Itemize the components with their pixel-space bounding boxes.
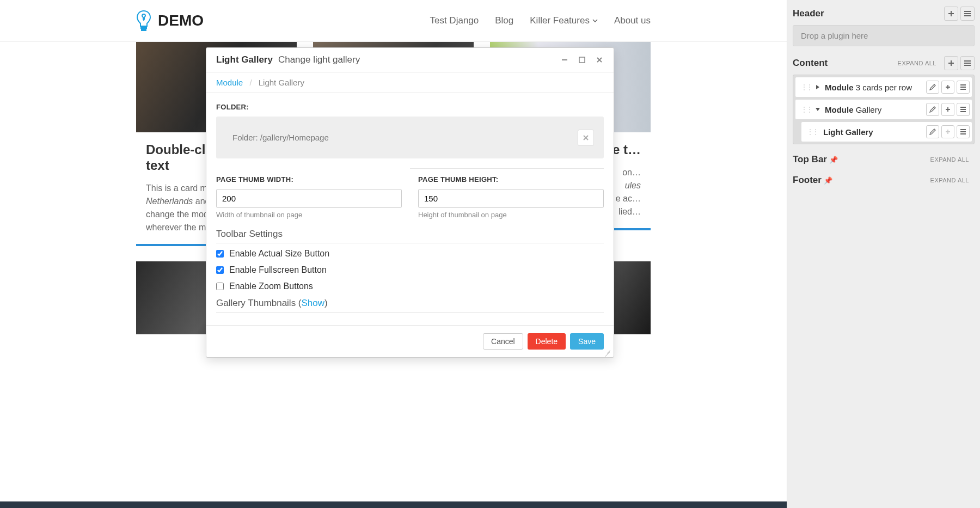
add-child-plugin-button[interactable] <box>941 81 954 94</box>
plugin-label: Module Gallery <box>823 105 926 114</box>
resize-handle[interactable] <box>605 348 611 355</box>
folder-path: Folder: /gallery/Homepage <box>232 133 329 142</box>
maximize-icon[interactable] <box>578 56 586 64</box>
add-child-plugin-button-disabled <box>941 125 954 138</box>
add-plugin-button[interactable] <box>944 7 958 21</box>
breadcrumb-root[interactable]: Module <box>216 78 243 87</box>
enable-fullscreen-checkbox[interactable] <box>216 266 224 274</box>
expand-all-link[interactable]: EXPAND ALL <box>930 177 969 183</box>
pin-icon: 📌 <box>829 156 838 164</box>
plugin-module-gallery[interactable]: ⋮⋮ Module Gallery <box>795 99 972 120</box>
plugin-menu-button[interactable] <box>957 81 970 94</box>
pin-icon: 📌 <box>824 176 832 185</box>
topbar-section-title: Top Bar📌 <box>793 154 930 165</box>
minimize-icon[interactable] <box>560 56 569 64</box>
edit-plugin-button[interactable] <box>926 103 939 116</box>
modal-footer: Cancel Delete Save <box>206 325 614 357</box>
enable-zoom-checkbox[interactable] <box>216 283 224 290</box>
content-section-title: Content <box>793 58 898 69</box>
drag-handle-icon[interactable]: ⋮⋮ <box>798 85 815 89</box>
nav-link-blog[interactable]: Blog <box>495 15 513 26</box>
enable-zoom-label[interactable]: Enable Zoom Buttons <box>229 281 313 291</box>
plugin-light-gallery[interactable]: ⋮⋮ Light Gallery <box>801 121 972 142</box>
lightbulb-icon <box>136 10 151 32</box>
drag-handle-icon[interactable]: ⋮⋮ <box>798 108 815 111</box>
gallery-thumbnails-section: Gallery Thumbnails (Show) <box>216 298 604 313</box>
plugin-label: Module 3 cards per row <box>823 83 926 92</box>
nav-links: Test Django Blog Killer Features About u… <box>430 15 651 26</box>
caret-down-icon[interactable] <box>815 107 823 112</box>
drag-handle-icon[interactable]: ⋮⋮ <box>804 130 821 133</box>
expand-all-link[interactable]: EXPAND ALL <box>930 156 969 163</box>
topbar-section: Top Bar📌 EXPAND ALL <box>793 154 975 165</box>
cancel-button[interactable]: Cancel <box>483 333 523 350</box>
footer-section: Footer📌 EXPAND ALL <box>793 175 975 186</box>
nav-link-test-django[interactable]: Test Django <box>430 15 479 26</box>
light-gallery-modal: Light Gallery Change light gallery Modul… <box>206 47 614 358</box>
toolbar-settings-heading: Toolbar Settings <box>216 229 604 243</box>
modal-title: Light Gallery <box>216 54 273 65</box>
svg-rect-1 <box>579 57 585 63</box>
folder-label: FOLDER: <box>216 103 604 111</box>
page-footer <box>0 501 787 508</box>
content-plugins: ⋮⋮ Module 3 cards per row ⋮⋮ Module Gall… <box>793 75 975 144</box>
thumb-height-label: PAGE THUMB HEIGHT: <box>418 175 604 183</box>
thumb-width-help: Width of thumbnail on page <box>216 211 402 219</box>
section-menu-button[interactable] <box>960 7 975 21</box>
nav-link-killer-features[interactable]: Killer Features <box>530 15 598 26</box>
modal-subtitle: Change light gallery <box>278 54 360 65</box>
plugin-label: Light Gallery <box>821 127 926 137</box>
structure-panel: Header Drop a plugin here Content EXPAND… <box>787 0 980 508</box>
edit-plugin-button[interactable] <box>926 125 939 138</box>
modal-body: FOLDER: Folder: /gallery/Homepage PAGE T… <box>206 93 614 325</box>
plugin-menu-button[interactable] <box>957 125 970 138</box>
edit-plugin-button[interactable] <box>926 81 939 94</box>
save-button[interactable]: Save <box>570 333 604 350</box>
enable-fullscreen-label[interactable]: Enable Fullscreen Button <box>229 265 327 275</box>
main-content-area: DEMO Test Django Blog Killer Features Ab… <box>0 0 787 508</box>
enable-actual-size-label[interactable]: Enable Actual Size Button <box>229 249 329 259</box>
thumb-width-label: PAGE THUMB WIDTH: <box>216 175 402 183</box>
header-dropzone[interactable]: Drop a plugin here <box>793 25 975 46</box>
content-section: Content EXPAND ALL ⋮⋮ Module 3 cards per… <box>793 56 975 144</box>
delete-button[interactable]: Delete <box>528 333 566 350</box>
thumb-height-input[interactable] <box>418 189 604 208</box>
brand-name: DEMO <box>158 12 204 29</box>
close-icon[interactable] <box>595 56 604 64</box>
nav-link-about-us[interactable]: About us <box>614 15 651 26</box>
add-child-plugin-button[interactable] <box>941 103 954 116</box>
folder-selector[interactable]: Folder: /gallery/Homepage <box>216 117 604 158</box>
thumb-width-input[interactable] <box>216 189 402 208</box>
plugin-menu-button[interactable] <box>957 103 970 116</box>
brand-logo[interactable]: DEMO <box>136 10 204 32</box>
modal-header: Light Gallery Change light gallery <box>206 48 614 72</box>
footer-section-title: Footer📌 <box>793 175 930 186</box>
show-thumbnails-link[interactable]: Show <box>302 298 325 308</box>
plugin-module-3cards[interactable]: ⋮⋮ Module 3 cards per row <box>795 77 972 97</box>
top-nav: DEMO Test Django Blog Killer Features Ab… <box>0 0 787 42</box>
caret-right-icon[interactable] <box>815 84 823 90</box>
expand-all-link[interactable]: EXPAND ALL <box>898 60 936 66</box>
header-section: Header Drop a plugin here <box>793 7 975 46</box>
enable-actual-size-checkbox[interactable] <box>216 250 224 258</box>
breadcrumb: Module / Light Gallery <box>206 72 614 93</box>
add-plugin-button[interactable] <box>944 56 958 70</box>
clear-folder-button[interactable] <box>578 130 594 146</box>
chevron-down-icon <box>592 19 598 22</box>
section-menu-button[interactable] <box>960 56 975 70</box>
breadcrumb-current: Light Gallery <box>259 78 304 87</box>
header-section-title: Header <box>793 8 942 19</box>
thumb-height-help: Height of thumbnail on page <box>418 211 604 219</box>
